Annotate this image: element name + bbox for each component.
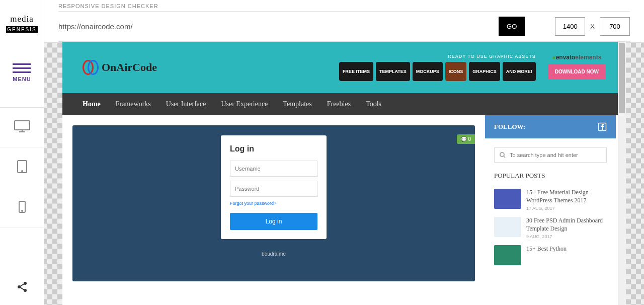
assets-label: READY TO USE GRAPHIC ASSETS — [339, 54, 536, 59]
menu-label: MENU — [13, 76, 31, 82]
post-thumb-icon — [494, 189, 521, 209]
sidebar-column: FOLLOW: POPULAR POSTS 15+ Free Material … — [485, 115, 616, 281]
scrollbar[interactable] — [618, 42, 626, 305]
tile-templates[interactable]: TEMPLATES — [376, 62, 410, 81]
nav-tools[interactable]: Tools — [366, 100, 381, 108]
nav-templates[interactable]: Templates — [283, 100, 311, 108]
password-field[interactable] — [230, 181, 317, 197]
site-name: OnAirCode — [102, 61, 157, 74]
post-title: 30 Free PSD Admin Dashboard Template Des… — [526, 217, 607, 233]
height-input[interactable] — [600, 17, 630, 36]
tile-icons[interactable]: ICONS — [445, 62, 467, 81]
svg-line-14 — [504, 156, 505, 158]
tile-mockups[interactable]: MOCKUPS — [413, 62, 443, 81]
site-header: OnAirCode READY TO USE GRAPHIC ASSETS FR… — [62, 42, 626, 93]
go-button[interactable]: GO — [499, 17, 525, 36]
desktop-icon[interactable] — [0, 108, 44, 147]
site-logo[interactable]: OnAirCode — [83, 60, 157, 75]
popular-heading: POPULAR POSTS — [494, 172, 607, 180]
login-credit: boudra.me — [83, 251, 465, 257]
post-thumb-icon — [494, 245, 521, 265]
dim-separator: X — [590, 23, 595, 30]
viewport-wrapper: OnAirCode READY TO USE GRAPHIC ASSETS FR… — [44, 42, 644, 305]
username-field[interactable] — [230, 161, 317, 177]
nav-ux[interactable]: User Experience — [221, 100, 268, 108]
search-input[interactable] — [510, 152, 601, 158]
nav-freebies[interactable]: Freebies — [327, 100, 351, 108]
tool-title: RESPONSIVE DESIGN CHECKER — [58, 3, 630, 9]
phone-icon[interactable] — [0, 188, 44, 228]
share-icon[interactable] — [0, 271, 44, 305]
preview-viewport[interactable]: OnAirCode READY TO USE GRAPHIC ASSETS FR… — [62, 42, 626, 305]
post-date: 9 AUG, 2017 — [526, 234, 607, 239]
post-thumb-icon — [494, 217, 521, 237]
svg-point-6 — [22, 210, 23, 211]
download-button[interactable]: DOWNLOAD NOW — [548, 64, 606, 80]
login-box: Log in Forgot your password? Log in — [221, 135, 327, 239]
tablet-icon[interactable] — [0, 147, 44, 188]
nav-ui[interactable]: User Interface — [166, 100, 206, 108]
tile-graphics[interactable]: GRAPHICS — [469, 62, 500, 81]
tile-free-items[interactable]: FREE ITEMS — [339, 62, 373, 81]
forgot-link[interactable]: Forgot your password? — [230, 201, 317, 206]
follow-bar: FOLLOW: — [485, 115, 616, 138]
search-box[interactable] — [494, 147, 607, 163]
nav-frameworks[interactable]: Frameworks — [116, 100, 151, 108]
follow-label: FOLLOW: — [494, 123, 525, 131]
hamburger-icon — [13, 63, 31, 73]
menu-button[interactable]: MENU — [13, 63, 31, 82]
svg-point-4 — [22, 171, 23, 172]
top-bar: RESPONSIVE DESIGN CHECKER GO X — [44, 0, 644, 42]
article-card: 💬 0 Log in Forgot your password? Log in … — [72, 125, 475, 281]
svg-rect-0 — [15, 121, 30, 130]
tile-more[interactable]: AND MORE! — [503, 62, 536, 81]
post-title: 15+ Best Python — [526, 245, 567, 253]
login-title: Log in — [230, 144, 317, 154]
comment-badge[interactable]: 💬 0 — [457, 134, 475, 144]
search-icon — [500, 152, 506, 158]
post-date: 17 AUG, 2017 — [526, 206, 607, 211]
login-button[interactable]: Log in — [230, 213, 317, 230]
svg-line-10 — [20, 284, 24, 286]
main-area: RESPONSIVE DESIGN CHECKER GO X OnAirCode — [44, 0, 644, 305]
post-item[interactable]: 30 Free PSD Admin Dashboard Template Des… — [485, 214, 616, 242]
tool-logo: media GENESIS — [0, 0, 44, 43]
nav-bar: Home Frameworks User Interface User Expe… — [62, 93, 626, 115]
tool-sidebar: media GENESIS MENU — [0, 0, 44, 305]
svg-line-11 — [20, 287, 24, 290]
brand-top: media — [4, 14, 40, 24]
post-title: 15+ Free Material Design WordPress Theme… — [526, 189, 607, 204]
svg-point-13 — [500, 152, 504, 157]
post-item[interactable]: 15+ Free Material Design WordPress Theme… — [485, 186, 616, 214]
article-column: 💬 0 Log in Forgot your password? Log in … — [72, 115, 485, 281]
brand-bottom: GENESIS — [6, 26, 37, 33]
facebook-icon[interactable] — [598, 122, 607, 131]
nav-home[interactable]: Home — [83, 100, 101, 108]
url-input[interactable] — [58, 19, 494, 34]
post-item[interactable]: 15+ Best Python — [485, 242, 616, 268]
width-input[interactable] — [555, 17, 585, 36]
envato-brand: ●envatoelements — [548, 54, 606, 61]
